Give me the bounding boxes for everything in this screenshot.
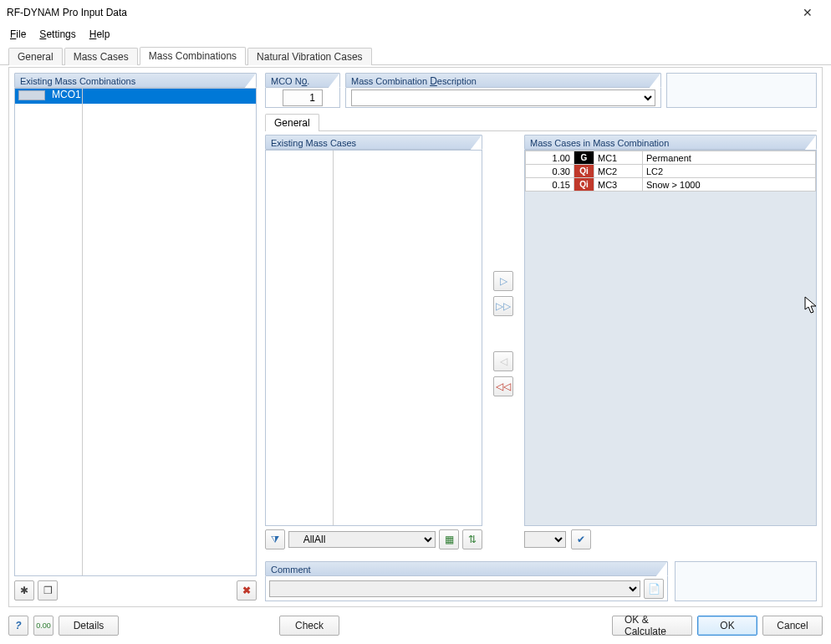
- existing-combinations-header: Existing Mass Combinations: [14, 73, 257, 88]
- grid-row[interactable]: 1.00 G MC1 Permanent: [526, 151, 816, 165]
- in-combination-bottom-row: ✔: [524, 529, 817, 549]
- in-combination-grid[interactable]: 1.00 G MC1 Permanent 0.30 Qi MC2 LC2 0.1…: [524, 150, 817, 526]
- mco-no-label: MCO No.: [265, 73, 340, 88]
- blank-panel: [666, 73, 817, 108]
- check-button[interactable]: Check: [279, 616, 339, 636]
- double-chevron-left-icon: ◁◁: [496, 381, 511, 392]
- existing-combinations-panel: Existing Mass Combinations MCO1 ✱ ❐ ✖: [14, 73, 257, 601]
- comment-select[interactable]: [269, 580, 640, 597]
- titlebar: RF-DYNAM Pro Input Data ✕: [0, 0, 831, 25]
- top-right-row: MCO No. Mass Combination Description: [265, 73, 817, 108]
- remove-all-button[interactable]: ◁◁: [493, 376, 513, 396]
- blank-panel-bottom: [675, 561, 817, 601]
- existing-mass-cases-header: Existing Mass Cases: [265, 135, 482, 150]
- chevron-right-icon: ▷: [500, 275, 507, 287]
- transfer-arrows: ▷ ▷▷ ◁ ◁◁: [491, 271, 516, 396]
- menu-help[interactable]: Help: [84, 27, 115, 42]
- check-grid-icon: ▦: [445, 534, 454, 545]
- units-icon: 0.00: [36, 621, 51, 630]
- delete-combination-button[interactable]: ✖: [237, 580, 257, 601]
- left-bottom-toolbar: ✱ ❐ ✖: [14, 580, 257, 601]
- mco-no-input[interactable]: [283, 89, 323, 106]
- tab-mass-combinations[interactable]: Mass Combinations: [140, 47, 246, 65]
- desc-cell: Snow > 1000: [643, 178, 816, 192]
- menu-settings[interactable]: Settings: [34, 27, 80, 42]
- desc-cell: Permanent: [643, 151, 816, 165]
- factor-cell[interactable]: 0.15: [526, 178, 574, 192]
- dual-list-area: Existing Mass Cases ⧩ AllAll ▦ ⇅ ▷ ▷▷ ◁ …: [265, 135, 817, 549]
- tab-general[interactable]: General: [8, 48, 63, 65]
- units-button[interactable]: 0.00: [33, 616, 54, 636]
- factor-cell[interactable]: 1.00: [526, 151, 574, 165]
- tag-cell: Qi: [574, 165, 594, 178]
- description-label: Mass Combination Description: [345, 73, 661, 88]
- grid-row[interactable]: 0.30 Qi MC2 LC2: [526, 165, 816, 178]
- add-one-button[interactable]: ▷: [493, 271, 513, 291]
- footer: ? 0.00 Details Check OK & Calculate OK C…: [8, 614, 823, 637]
- combination-color-chip: [18, 90, 45, 100]
- copy-combination-button[interactable]: ❐: [38, 580, 58, 601]
- remove-one-button[interactable]: ◁: [493, 351, 513, 371]
- combination-id: MCO1: [48, 89, 81, 104]
- description-panel: Mass Combination Description: [345, 73, 661, 108]
- existing-filter-row: ⧩ AllAll ▦ ⇅: [265, 529, 482, 549]
- mc-cell: MC2: [594, 165, 643, 178]
- new-combination-button[interactable]: ✱: [14, 580, 34, 601]
- desc-cell: LC2: [643, 165, 816, 178]
- confirm-button[interactable]: ✔: [571, 529, 591, 549]
- details-button[interactable]: Details: [59, 616, 119, 636]
- menubar: File Settings Help: [0, 25, 831, 43]
- in-combination-panel: Mass Cases in Mass Combination 1.00 G MC…: [524, 135, 817, 549]
- mc-cell: MC1: [594, 151, 643, 165]
- grid-row[interactable]: 0.15 Qi MC3 Snow > 1000: [526, 178, 816, 192]
- tab-mass-cases[interactable]: Mass Cases: [64, 48, 138, 65]
- existing-combinations-list[interactable]: MCO1: [14, 88, 257, 576]
- subtab-row: General: [265, 113, 817, 131]
- comment-library-button[interactable]: 📄: [644, 579, 664, 599]
- funnel-icon: ⧩: [271, 534, 279, 545]
- comment-panel: Comment 📄: [265, 561, 668, 601]
- filter-clear-button[interactable]: ⧩: [265, 529, 285, 549]
- library-icon: 📄: [648, 583, 660, 595]
- new-icon: ✱: [20, 585, 28, 596]
- add-all-button[interactable]: ▷▷: [493, 296, 513, 316]
- ok-calculate-button[interactable]: OK & Calculate: [612, 616, 692, 636]
- menu-file[interactable]: File: [5, 27, 31, 42]
- help-icon: ?: [15, 620, 21, 631]
- main-tabstrip: General Mass Cases Mass Combinations Nat…: [0, 43, 831, 65]
- window-title: RF-DYNAM Pro Input Data: [7, 7, 791, 18]
- check-icon: ✔: [577, 534, 585, 545]
- content-frame: Existing Mass Combinations MCO1 ✱ ❐ ✖ MC…: [8, 67, 823, 607]
- close-button[interactable]: ✕: [791, 1, 824, 24]
- comment-label: Comment: [265, 561, 668, 576]
- ok-button[interactable]: OK: [697, 616, 757, 636]
- copy-icon: ❐: [43, 585, 53, 596]
- factor-cell[interactable]: 0.30: [526, 165, 574, 178]
- double-chevron-right-icon: ▷▷: [496, 300, 511, 312]
- tag-cell: Qi: [574, 178, 594, 192]
- in-combination-header: Mass Cases in Mass Combination: [524, 135, 817, 150]
- sort-button[interactable]: ⇅: [462, 529, 482, 549]
- factor-select[interactable]: [524, 531, 566, 548]
- existing-mass-cases-list[interactable]: [265, 150, 482, 526]
- arrange-icon: ⇅: [468, 534, 477, 545]
- tag-cell: G: [574, 151, 594, 165]
- tab-natural-vibration[interactable]: Natural Vibration Cases: [247, 48, 372, 65]
- cancel-button[interactable]: Cancel: [762, 616, 823, 636]
- existing-mass-cases-panel: Existing Mass Cases ⧩ AllAll ▦ ⇅: [265, 135, 482, 549]
- chevron-left-icon: ◁: [500, 355, 507, 367]
- help-button[interactable]: ?: [8, 616, 28, 636]
- delete-icon: ✖: [242, 585, 251, 596]
- subtab-general[interactable]: General: [265, 114, 319, 131]
- mc-cell: MC3: [594, 178, 643, 192]
- description-select[interactable]: [351, 89, 655, 106]
- apply-filter-button[interactable]: ▦: [439, 529, 459, 549]
- comment-area: Comment 📄: [265, 561, 817, 601]
- mco-no-panel: MCO No.: [265, 73, 340, 108]
- filter-category-select[interactable]: AllAll: [288, 531, 436, 548]
- combination-row[interactable]: MCO1: [15, 89, 256, 104]
